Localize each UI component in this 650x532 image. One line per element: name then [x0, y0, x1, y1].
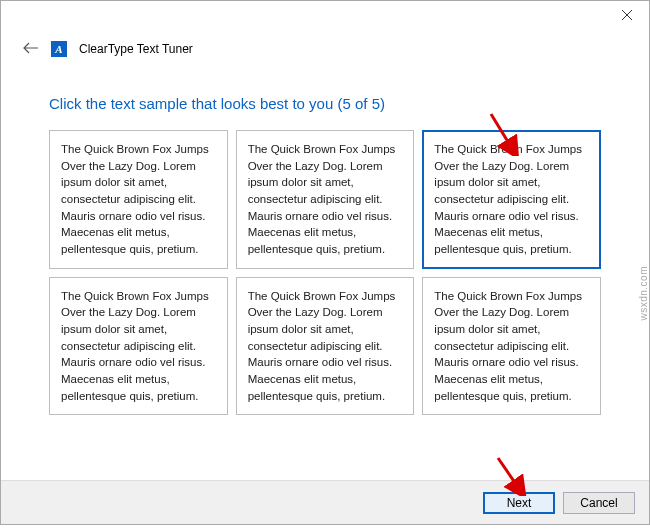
watermark: wsxdn.com: [639, 266, 650, 321]
text-sample-3[interactable]: The Quick Brown Fox Jumps Over the Lazy …: [422, 130, 601, 269]
cancel-button[interactable]: Cancel: [563, 492, 635, 514]
titlebar: [1, 1, 649, 33]
text-sample-2[interactable]: The Quick Brown Fox Jumps Over the Lazy …: [236, 130, 415, 269]
app-title: ClearType Text Tuner: [79, 42, 193, 56]
footer: Next Cancel: [1, 480, 649, 524]
text-sample-4[interactable]: The Quick Brown Fox Jumps Over the Lazy …: [49, 277, 228, 416]
sample-grid: The Quick Brown Fox Jumps Over the Lazy …: [1, 130, 649, 415]
header: A ClearType Text Tuner: [1, 33, 649, 57]
close-icon: [622, 10, 632, 20]
text-sample-1[interactable]: The Quick Brown Fox Jumps Over the Lazy …: [49, 130, 228, 269]
app-icon: A: [51, 41, 67, 57]
close-button[interactable]: [604, 1, 649, 29]
dialog-window: A ClearType Text Tuner Click the text sa…: [0, 0, 650, 525]
next-button[interactable]: Next: [483, 492, 555, 514]
text-sample-6[interactable]: The Quick Brown Fox Jumps Over the Lazy …: [422, 277, 601, 416]
back-button[interactable]: [23, 41, 39, 57]
instruction-text: Click the text sample that looks best to…: [1, 57, 649, 130]
text-sample-5[interactable]: The Quick Brown Fox Jumps Over the Lazy …: [236, 277, 415, 416]
back-arrow-icon: [23, 42, 39, 54]
